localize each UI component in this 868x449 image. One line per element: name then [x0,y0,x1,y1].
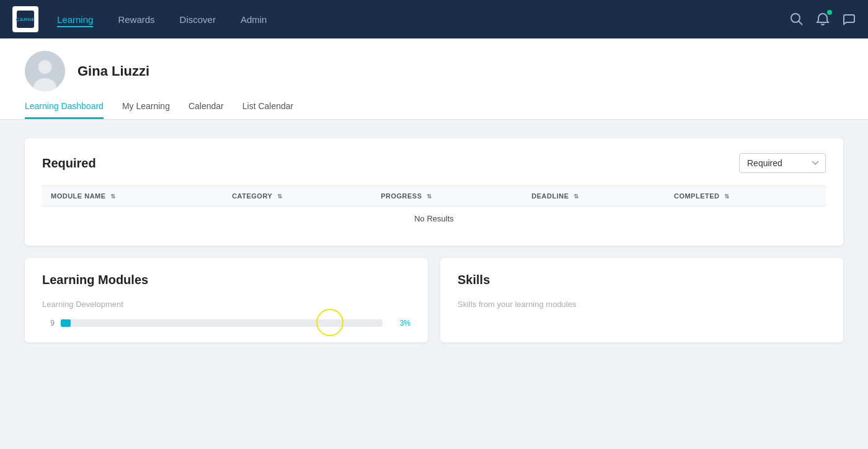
col-category[interactable]: CATEGORY ⇅ [223,186,372,207]
bar-chart: 9 3% [42,319,410,327]
tab-list-calendar[interactable]: List Calendar [242,101,294,119]
col-module-name[interactable]: MODULE NAME ⇅ [42,186,223,207]
bar-pct-label: 3% [389,319,410,327]
tab-learning-dashboard[interactable]: Learning Dashboard [25,101,104,119]
no-results-text: No Results [414,214,454,223]
avatar-image [25,51,65,91]
sort-icon-completed: ⇅ [724,193,730,200]
svg-point-0 [791,14,800,22]
col-completed[interactable]: COMPLETED ⇅ [665,186,826,207]
nav-link-admin[interactable]: Admin [241,12,267,27]
learning-modules-subtitle: Learning Development [42,300,410,309]
sort-icon-category: ⇅ [277,193,283,200]
col-completed-label: COMPLETED [674,192,720,200]
profile-tabs: Learning Dashboard My Learning Calendar … [25,101,843,119]
tab-calendar[interactable]: Calendar [188,101,224,119]
profile-name: Gina Liuzzi [78,63,149,79]
svg-line-1 [799,21,802,25]
skills-subtitle: Skills from your learning modules [458,300,826,309]
notification-badge [827,10,832,15]
required-title: Required [42,156,96,171]
skills-header: Skills [458,273,826,287]
bar-fill [61,319,71,327]
chat-button[interactable] [842,12,856,26]
profile-top: Gina Liuzzi [25,51,843,91]
notifications-button[interactable] [816,12,830,26]
nav-link-rewards[interactable]: Rewards [118,12,154,27]
top-nav: CARNE Learning Rewards Discover Admin [0,0,868,38]
table-header-row: MODULE NAME ⇅ CATEGORY ⇅ PROGRESS ⇅ DEAD… [42,186,826,207]
main-content: Required Required Optional All MODULE NA… [0,120,868,373]
required-card: Required Required Optional All MODULE NA… [25,138,843,246]
logo-text: CARNE [16,17,35,22]
bell-icon [816,12,830,26]
search-button[interactable] [790,12,804,26]
col-category-label: CATEGORY [232,192,272,200]
bar-row: 9 3% [42,319,410,327]
profile-header: Gina Liuzzi Learning Dashboard My Learni… [0,38,868,120]
bottom-row: Learning Modules Learning Development 9 … [25,258,843,355]
nav-link-learning[interactable]: Learning [57,12,93,27]
required-dropdown[interactable]: Required Optional All [739,153,826,173]
nav-link-discover[interactable]: Discover [180,12,216,27]
tab-my-learning[interactable]: My Learning [122,101,170,119]
search-icon [790,12,804,26]
nav-links: Learning Rewards Discover Admin [57,12,790,27]
col-progress[interactable]: PROGRESS ⇅ [372,186,523,207]
col-deadline[interactable]: DEADLINE ⇅ [523,186,665,207]
table-row: No Results [42,207,826,231]
col-module-name-label: MODULE NAME [51,192,106,200]
col-deadline-label: DEADLINE [531,192,569,200]
learning-modules-title: Learning Modules [42,273,148,287]
sort-icon-module: ⇅ [110,193,116,200]
chat-icon [842,12,856,26]
sort-icon-progress: ⇅ [427,193,432,200]
learning-modules-header: Learning Modules [42,273,410,287]
skills-title: Skills [458,273,490,287]
required-table: MODULE NAME ⇅ CATEGORY ⇅ PROGRESS ⇅ DEAD… [42,185,826,231]
svg-point-3 [38,60,52,74]
skills-card: Skills Skills from your learning modules [440,258,843,342]
col-progress-label: PROGRESS [381,192,422,200]
bar-left-label: 9 [42,319,55,327]
logo[interactable]: CARNE [12,6,38,32]
bar-track [61,319,383,327]
avatar [25,51,65,91]
required-card-header: Required Required Optional All [42,153,826,173]
sort-icon-deadline: ⇅ [574,193,579,200]
learning-modules-card: Learning Modules Learning Development 9 … [25,258,428,342]
nav-icons [790,12,856,26]
